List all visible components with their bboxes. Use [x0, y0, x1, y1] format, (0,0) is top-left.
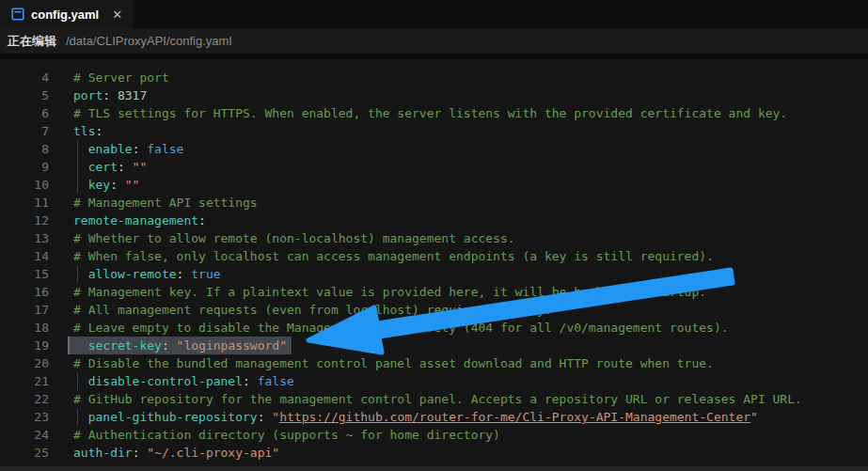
url-link[interactable]: https://github.com/router-for-me/Cli-Pro… [279, 410, 750, 424]
line-number: 19 [0, 337, 49, 354]
code-line[interactable]: 15 allow-remote: true [0, 265, 868, 283]
tab-config-yaml[interactable]: config.yaml ✕ [0, 0, 134, 28]
code-line[interactable]: 19 secret-key: "loginpassword" [0, 337, 868, 354]
code-line[interactable]: 11# Management API settings [0, 194, 868, 212]
code-token: panel-github-repository [88, 410, 258, 424]
code-line[interactable]: 16# Management key. If a plaintext value… [0, 283, 868, 301]
code-token: "~/.cli-proxy-api" [147, 446, 279, 460]
code-line[interactable]: 4# Server port [0, 69, 868, 86]
code-line[interactable]: 7tls: [0, 122, 868, 140]
indent-guide [77, 140, 78, 158]
code-token: # Whether to allow remote (non-localhost… [73, 231, 515, 245]
yaml-file-icon [11, 8, 24, 21]
code-token: # Management API settings [73, 196, 258, 210]
code-token: # All management requests (even from loc… [73, 303, 552, 317]
code-line[interactable]: 21 disable-control-panel: false [0, 372, 868, 390]
editing-status-label: 正在编辑 [8, 33, 56, 50]
code-token: " [272, 410, 279, 424]
code-line[interactable]: 18# Leave empty to disable the Managemen… [0, 319, 868, 337]
code-line[interactable]: 6# TLS settings for HTTPS. When enabled,… [0, 104, 868, 122]
code-token: # TLS settings for HTTPS. When enabled, … [73, 106, 787, 120]
code-token: # GitHub repository for the management c… [73, 392, 802, 406]
code-line[interactable]: 20# Disable the bundled management contr… [0, 354, 868, 372]
code-token: : [133, 142, 148, 156]
line-number: 13 [0, 229, 49, 247]
code-token [73, 267, 88, 281]
breadcrumb-bar: 正在编辑 /data/CLIProxyAPI/config.yaml [0, 28, 868, 54]
code-line[interactable]: 8 enable: false [0, 140, 868, 158]
line-number: 15 [0, 265, 49, 283]
indent-guide [77, 372, 78, 390]
bottom-bar [0, 466, 868, 471]
code-editor: 4# Server port5port: 83176# TLS settings… [0, 59, 868, 462]
line-number: 10 [0, 176, 49, 194]
tab-bar: config.yaml ✕ [0, 0, 868, 28]
code-token: # When false, only localhost can access … [73, 249, 714, 263]
code-token [73, 142, 88, 156]
code-token: : [177, 267, 192, 281]
line-number: 5 [0, 86, 49, 104]
code-token: # Server port [73, 71, 169, 85]
code-line[interactable]: 23 panel-github-repository: "https://git… [0, 408, 868, 426]
code-token: disable-control-panel [88, 374, 243, 388]
indent-guide [77, 176, 78, 194]
code-token: : [118, 160, 133, 174]
tab-title: config.yaml [31, 8, 99, 22]
code-token: "" [133, 160, 148, 174]
indent-guide [77, 158, 78, 176]
line-number: 14 [0, 247, 49, 265]
code-token: true [191, 267, 220, 281]
code-line[interactable]: 25auth-dir: "~/.cli-proxy-api" [0, 444, 868, 462]
code-token: port [73, 88, 103, 102]
indent-guide [77, 265, 78, 283]
file-path: /data/CLIProxyAPI/config.yaml [66, 34, 231, 48]
code-lines: 4# Server port5port: 83176# TLS settings… [0, 69, 868, 462]
code-line[interactable]: 12remote-management: [0, 212, 868, 229]
code-line[interactable]: 13# Whether to allow remote (non-localho… [0, 229, 868, 247]
code-token: : [110, 178, 125, 192]
code-token: enable [88, 142, 133, 156]
code-token: 8317 [118, 88, 147, 102]
code-token: # Management key. If a plaintext value i… [73, 285, 706, 299]
code-token: remote-management [73, 213, 198, 228]
code-token: " [750, 410, 758, 424]
code-token: # Leave empty to disable the Management … [73, 321, 729, 335]
close-icon[interactable]: ✕ [112, 8, 122, 22]
code-token [73, 374, 88, 388]
code-token [73, 178, 88, 192]
code-token [73, 160, 88, 174]
code-token: key [88, 178, 110, 192]
indent-guide [77, 408, 78, 426]
code-token: # Authentication directory (supports ~ f… [73, 428, 500, 442]
line-number: 12 [0, 212, 49, 229]
line-number: 20 [0, 354, 49, 372]
line-number: 23 [0, 408, 49, 426]
line-number: 22 [0, 390, 49, 408]
code-line[interactable]: 9 cert: "" [0, 158, 868, 176]
code-token: : [258, 410, 273, 424]
code-token: : [162, 338, 177, 353]
line-number: 11 [0, 194, 49, 212]
line-number: 9 [0, 158, 49, 176]
code-token: allow-remote [88, 267, 177, 281]
code-token: : [95, 124, 103, 138]
code-line[interactable]: 5port: 8317 [0, 86, 868, 104]
code-token: # Disable the bundled management control… [73, 356, 714, 370]
code-line[interactable]: 17# All management requests (even from l… [0, 301, 868, 319]
code-token: : [243, 374, 258, 388]
code-token: : [198, 213, 206, 228]
code-line[interactable]: 14# When false, only localhost can acces… [0, 247, 868, 265]
code-token: secret-key [88, 338, 162, 353]
line-number: 7 [0, 122, 49, 140]
line-number: 18 [0, 319, 49, 337]
code-token: auth-dir [73, 446, 133, 460]
line-number: 6 [0, 104, 49, 122]
selection-highlight: secret-key: "loginpassword" [68, 337, 292, 354]
code-token [73, 410, 88, 424]
code-line[interactable]: 10 key: "" [0, 176, 868, 194]
code-line[interactable]: 22# GitHub repository for the management… [0, 390, 868, 408]
code-token: "" [125, 178, 140, 192]
code-token: tls [73, 124, 95, 138]
line-number: 17 [0, 301, 49, 319]
code-line[interactable]: 24# Authentication directory (supports ~… [0, 426, 868, 444]
